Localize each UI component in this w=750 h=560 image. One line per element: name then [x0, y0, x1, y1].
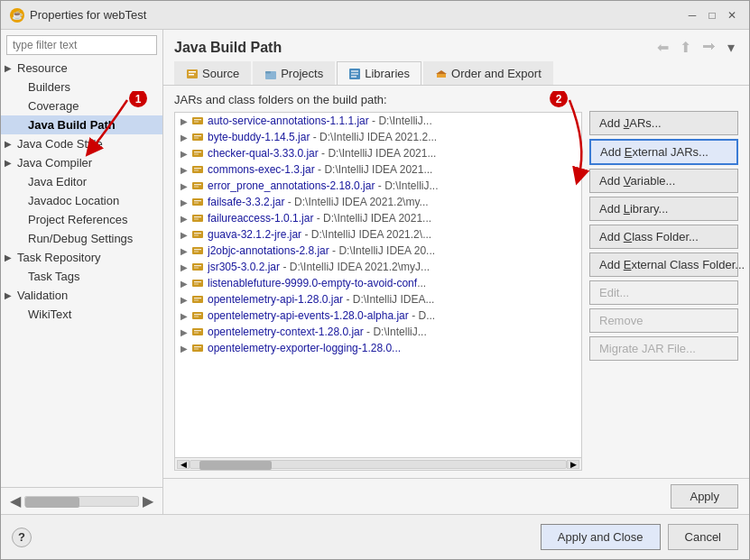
- scroll-right-arrow[interactable]: ▶: [567, 460, 579, 469]
- sidebar-item-resource[interactable]: ▶Resource: [1, 59, 162, 78]
- list-item-text: opentelemetry-api-1.28.0.jar - D:\Intell…: [208, 293, 434, 306]
- sidebar-item-label: WikiText: [28, 308, 71, 321]
- svg-rect-48: [194, 314, 201, 315]
- sidebar-item-task-repository[interactable]: ▶Task Repository: [1, 248, 162, 267]
- svg-rect-36: [194, 249, 201, 250]
- sidebar-item-project-references[interactable]: Project References: [1, 210, 162, 229]
- help-button[interactable]: ?: [12, 528, 32, 547]
- expand-arrow-icon: ▶: [5, 252, 12, 262]
- list-item[interactable]: ▶j2objc-annotations-2.8.jar - D:\Intelli…: [175, 243, 581, 259]
- tabs: SourceProjectsLibrariesOrder and Export: [163, 61, 749, 86]
- minimize-button[interactable]: ─: [684, 7, 700, 23]
- list-item[interactable]: ▶jsr305-3.0.2.jar - D:\IntelliJ IDEA 202…: [175, 259, 581, 275]
- list-item[interactable]: ▶listenablefuture-9999.0-empty-to-avoid-…: [175, 275, 581, 291]
- sidebar-item-builders[interactable]: Builders: [1, 78, 162, 96]
- action-btn-add-external-class-folder-[interactable]: Add External Class Folder...: [589, 252, 738, 277]
- panel-header: Java Build Path ⬅ ⬆ ⮕ ▾: [163, 30, 749, 61]
- list-item[interactable]: ▶opentelemetry-api-events-1.28.0-alpha.j…: [175, 308, 581, 324]
- menu-button[interactable]: ▾: [724, 37, 738, 58]
- expand-arrow-icon: ▶: [5, 63, 12, 73]
- action-btn-add-jars-[interactable]: Add JARs...: [589, 111, 738, 135]
- list-item[interactable]: ▶commons-exec-1.3.jar - D:\IntelliJ IDEA…: [175, 161, 581, 178]
- close-button[interactable]: ✕: [724, 7, 740, 23]
- sidebar-item-java-compiler[interactable]: ▶Java Compiler: [1, 153, 162, 172]
- horizontal-scrollbar[interactable]: ◀ ▶: [175, 457, 581, 470]
- jar-icon: [191, 342, 204, 354]
- svg-rect-26: [192, 198, 203, 206]
- list-item-expand-arrow: ▶: [181, 295, 188, 305]
- svg-rect-23: [192, 182, 203, 189]
- svg-rect-44: [192, 296, 203, 303]
- sidebar-item-label: Run/Debug Settings: [28, 232, 133, 245]
- list-item[interactable]: ▶error_prone_annotations-2.18.0.jar - D:…: [175, 178, 581, 194]
- svg-rect-51: [194, 330, 201, 331]
- svg-rect-21: [194, 168, 201, 169]
- list-item-text: jsr305-3.0.2.jar - D:\IntelliJ IDEA 2021…: [208, 261, 430, 273]
- svg-rect-47: [192, 312, 203, 319]
- sidebar-item-java-build-path[interactable]: Java Build Path: [1, 115, 162, 134]
- list-item-text: commons-exec-1.3.jar - D:\IntelliJ IDEA …: [208, 163, 432, 176]
- scroll-left-arrow[interactable]: ◀: [177, 460, 190, 469]
- cancel-button[interactable]: Cancel: [668, 524, 738, 550]
- svg-rect-54: [194, 346, 201, 347]
- sidebar-item-validation[interactable]: ▶Validation: [1, 286, 162, 305]
- tab-label: Projects: [281, 67, 323, 80]
- sidebar-item-coverage[interactable]: Coverage: [1, 96, 162, 115]
- sidebar-forward-button[interactable]: ▶: [139, 491, 157, 511]
- action-btn-add-external-jars-[interactable]: Add External JARs...: [589, 139, 738, 165]
- list-item[interactable]: ▶auto-service-annotations-1.1.1.jar - D:…: [175, 113, 581, 129]
- up-button[interactable]: ⬆: [676, 37, 695, 58]
- list-container: ▶auto-service-annotations-1.1.1.jar - D:…: [174, 112, 582, 471]
- svg-rect-14: [192, 133, 203, 141]
- sidebar-tree: ▶ResourceBuildersCoverageJava Build Path…: [1, 59, 162, 487]
- action-btn-remove: Remove: [589, 308, 738, 333]
- tab-order-and-export[interactable]: Order and Export: [423, 61, 553, 85]
- sidebar-item-run/debug-settings[interactable]: Run/Debug Settings: [1, 229, 162, 248]
- sidebar-item-label: Resource: [17, 61, 68, 75]
- list-item-text: checker-qual-3.33.0.jar - D:\IntelliJ ID…: [208, 147, 436, 160]
- tab-source[interactable]: Source: [174, 61, 251, 85]
- svg-rect-28: [194, 203, 199, 204]
- list-item[interactable]: ▶opentelemetry-context-1.28.0.jar - D:\I…: [175, 324, 581, 340]
- svg-rect-39: [194, 265, 201, 266]
- list-item[interactable]: ▶failureaccess-1.0.1.jar - D:\IntelliJ I…: [175, 210, 581, 226]
- jar-icon: [191, 228, 204, 241]
- sidebar-scrollbar[interactable]: [24, 496, 139, 507]
- apply-button[interactable]: Apply: [671, 484, 738, 509]
- filter-input[interactable]: [6, 35, 157, 55]
- svg-rect-15: [194, 135, 201, 136]
- action-btn-add-library-[interactable]: Add Library...: [589, 197, 738, 221]
- svg-marker-10: [436, 70, 447, 74]
- action-btn-add-class-folder-[interactable]: Add Class Folder...: [589, 225, 738, 249]
- sidebar-item-label: Task Repository: [17, 251, 100, 264]
- jar-icon: [191, 163, 204, 176]
- back-button[interactable]: ⬅: [653, 37, 672, 58]
- action-btn-add-variable-[interactable]: Add Variable...: [589, 169, 738, 193]
- sidebar-item-javadoc-location[interactable]: Javadoc Location: [1, 191, 162, 210]
- expand-arrow-icon: ▶: [5, 290, 12, 300]
- svg-rect-37: [194, 252, 199, 252]
- svg-rect-34: [194, 235, 199, 236]
- sidebar-back-button[interactable]: ◀: [6, 491, 24, 511]
- list-item[interactable]: ▶guava-32.1.2-jre.jar - D:\IntelliJ IDEA…: [175, 226, 581, 243]
- list-item-text: guava-32.1.2-jre.jar - D:\IntelliJ IDEA …: [208, 228, 431, 241]
- list-item[interactable]: ▶opentelemetry-api-1.28.0.jar - D:\Intel…: [175, 291, 581, 308]
- main-content: ▶ResourceBuildersCoverageJava Build Path…: [1, 30, 749, 514]
- list-item[interactable]: ▶byte-buddy-1.14.5.jar - D:\IntelliJ IDE…: [175, 129, 581, 145]
- list-item[interactable]: ▶failsafe-3.3.2.jar - D:\IntelliJ IDEA 2…: [175, 194, 581, 210]
- apply-close-button[interactable]: Apply and Close: [541, 524, 661, 550]
- list-item[interactable]: ▶checker-qual-3.33.0.jar - D:\IntelliJ I…: [175, 145, 581, 161]
- forward-button[interactable]: ⮕: [699, 37, 720, 58]
- list-item[interactable]: ▶opentelemetry-exporter-logging-1.28.0..…: [175, 340, 581, 356]
- sidebar-item-java-code-style[interactable]: ▶Java Code Style: [1, 134, 162, 153]
- sidebar-item-wikitext[interactable]: WikiText: [1, 305, 162, 324]
- tab-projects[interactable]: Projects: [253, 61, 335, 85]
- tab-libraries[interactable]: Libraries: [337, 61, 421, 85]
- svg-rect-25: [194, 187, 199, 188]
- sidebar-item-java-editor[interactable]: Java Editor: [1, 172, 162, 191]
- sidebar-item-task-tags[interactable]: Task Tags: [1, 267, 162, 286]
- svg-rect-17: [192, 150, 203, 157]
- maximize-button[interactable]: □: [704, 7, 720, 23]
- svg-rect-11: [192, 117, 203, 124]
- scroll-track[interactable]: [190, 460, 567, 469]
